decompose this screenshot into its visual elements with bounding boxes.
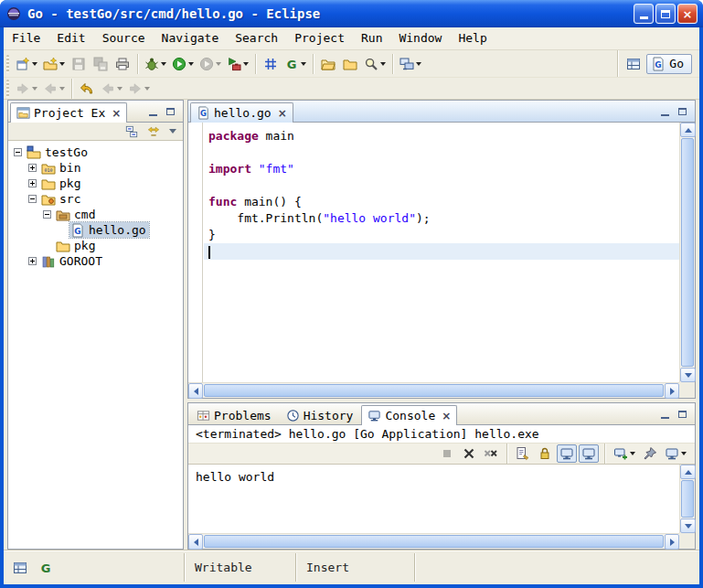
show-stderr-button[interactable] bbox=[579, 444, 599, 463]
editor-horizontal-scrollbar[interactable] bbox=[188, 382, 679, 398]
collapse-expander-icon[interactable] bbox=[43, 210, 51, 219]
view-menu-button[interactable] bbox=[166, 123, 179, 140]
terminate-button[interactable] bbox=[437, 444, 457, 463]
go-perspective-button[interactable]: Go bbox=[646, 54, 692, 74]
tab-project-explorer[interactable]: Project Ex bbox=[10, 102, 127, 123]
open-resource-button[interactable] bbox=[317, 53, 339, 75]
expand-expander-icon[interactable] bbox=[28, 164, 37, 172]
tree-item-src[interactable]: src bbox=[8, 191, 183, 207]
code-line-2[interactable] bbox=[204, 144, 679, 161]
scroll-thumb[interactable] bbox=[204, 535, 664, 548]
tree-item-hello-go[interactable]: hello.go bbox=[8, 222, 183, 238]
close-icon[interactable] bbox=[442, 411, 451, 422]
tree-item-pkg-src[interactable]: pkg bbox=[8, 238, 183, 253]
menu-help[interactable]: Help bbox=[450, 27, 495, 49]
save-all-button[interactable] bbox=[90, 53, 112, 75]
menu-source[interactable]: Source bbox=[94, 27, 154, 49]
close-button[interactable]: × bbox=[677, 4, 698, 24]
menu-window[interactable]: Window bbox=[390, 27, 450, 49]
console-horizontal-scrollbar[interactable] bbox=[188, 533, 679, 549]
new-go-file-button[interactable] bbox=[282, 53, 309, 75]
tree-item-testgo[interactable]: testGo bbox=[8, 144, 183, 160]
close-icon[interactable] bbox=[278, 108, 287, 119]
scroll-right-button[interactable] bbox=[665, 383, 679, 399]
console-vertical-scrollbar[interactable] bbox=[679, 465, 695, 533]
scroll-track[interactable] bbox=[203, 383, 665, 398]
dropdown-arrow-icon[interactable] bbox=[32, 62, 37, 66]
display-console-button[interactable] bbox=[662, 444, 689, 463]
minimize-view-button[interactable] bbox=[657, 408, 672, 421]
dropdown-arrow-icon[interactable] bbox=[416, 62, 421, 66]
tab-hello-go[interactable]: hello.go bbox=[190, 102, 293, 123]
dropdown-arrow-icon[interactable] bbox=[161, 62, 166, 66]
collapse-expander-icon[interactable] bbox=[28, 195, 37, 203]
code-line-8-current[interactable] bbox=[204, 243, 679, 260]
clear-console-button[interactable] bbox=[513, 444, 533, 463]
remove-all-launches-button[interactable] bbox=[481, 444, 501, 463]
tab-problems[interactable]: Problems bbox=[190, 405, 278, 425]
tree-item-cmd[interactable]: cmd bbox=[8, 207, 183, 222]
tree-item-pkg[interactable]: pkg bbox=[8, 176, 183, 191]
fast-view-button[interactable] bbox=[11, 559, 29, 577]
tree-item-bin[interactable]: bin bbox=[8, 160, 183, 176]
menu-run[interactable]: Run bbox=[353, 27, 390, 49]
collapse-all-button[interactable] bbox=[122, 123, 141, 140]
open-folder-button[interactable] bbox=[339, 53, 361, 75]
scroll-track[interactable] bbox=[680, 137, 695, 368]
dropdown-arrow-icon[interactable] bbox=[243, 62, 249, 66]
external-tools-button[interactable] bbox=[224, 53, 251, 75]
maximize-button[interactable] bbox=[655, 4, 676, 24]
pin-console-button[interactable] bbox=[640, 444, 660, 463]
menu-edit[interactable]: Edit bbox=[48, 27, 93, 49]
open-perspective-button[interactable] bbox=[623, 53, 644, 75]
scroll-track[interactable] bbox=[203, 534, 665, 549]
new-go-app-button[interactable] bbox=[260, 53, 282, 75]
code-line-3[interactable]: import "fmt" bbox=[204, 161, 679, 177]
next-annotation-button[interactable] bbox=[13, 78, 40, 100]
menu-file[interactable]: File bbox=[4, 27, 48, 49]
scroll-down-button[interactable] bbox=[680, 519, 696, 533]
dropdown-arrow-icon[interactable] bbox=[117, 87, 122, 91]
scroll-lock-button[interactable] bbox=[535, 444, 555, 463]
profile-button[interactable] bbox=[197, 53, 224, 75]
show-stdout-button[interactable] bbox=[557, 444, 577, 463]
minimize-button[interactable] bbox=[634, 4, 654, 24]
scroll-thumb[interactable] bbox=[204, 384, 664, 397]
minimize-view-button[interactable] bbox=[145, 105, 160, 118]
dropdown-arrow-icon[interactable] bbox=[59, 62, 65, 66]
titlebar[interactable]: Go - testGo/src/cmd/hello.go - Eclipse × bbox=[0, 0, 703, 27]
maximize-view-button[interactable] bbox=[675, 105, 689, 118]
dropdown-arrow-icon[interactable] bbox=[144, 87, 150, 91]
maximize-view-button[interactable] bbox=[675, 408, 689, 421]
remove-launch-button[interactable] bbox=[459, 444, 479, 463]
dropdown-arrow-icon[interactable] bbox=[681, 452, 687, 455]
search-button[interactable] bbox=[361, 53, 389, 75]
dropdown-arrow-icon[interactable] bbox=[630, 452, 635, 455]
collapse-expander-icon[interactable] bbox=[14, 148, 22, 156]
code-area[interactable]: package main import "fmt" func main() { … bbox=[204, 123, 679, 382]
menu-project[interactable]: Project bbox=[286, 27, 353, 49]
link-with-editor-button[interactable] bbox=[144, 123, 163, 140]
scroll-left-button[interactable] bbox=[188, 383, 203, 399]
toolbar-grip[interactable] bbox=[6, 55, 9, 73]
tab-console[interactable]: Console bbox=[361, 405, 457, 425]
dropdown-arrow-icon[interactable] bbox=[32, 87, 37, 91]
team-sync-button[interactable] bbox=[397, 53, 424, 75]
console-output[interactable]: hello world bbox=[188, 465, 695, 549]
tree-item-goroot[interactable]: GOROOT bbox=[8, 253, 183, 269]
code-line-5[interactable]: func main() { bbox=[204, 194, 679, 210]
code-line-7[interactable]: } bbox=[204, 227, 679, 243]
code-line-6[interactable]: fmt.Println("hello world"); bbox=[204, 210, 679, 227]
dropdown-arrow-icon[interactable] bbox=[188, 62, 194, 66]
scroll-up-button[interactable] bbox=[680, 465, 696, 479]
scroll-down-button[interactable] bbox=[680, 368, 696, 382]
scroll-left-button[interactable] bbox=[188, 534, 203, 550]
print-button[interactable] bbox=[112, 53, 133, 75]
editor-content[interactable]: package main import "fmt" func main() { … bbox=[188, 123, 695, 398]
dropdown-arrow-icon[interactable] bbox=[301, 62, 306, 66]
tab-history[interactable]: History bbox=[280, 405, 360, 425]
run-button[interactable] bbox=[169, 53, 197, 75]
close-icon[interactable] bbox=[112, 108, 121, 119]
scroll-up-button[interactable] bbox=[680, 123, 696, 137]
expand-expander-icon[interactable] bbox=[28, 257, 37, 265]
